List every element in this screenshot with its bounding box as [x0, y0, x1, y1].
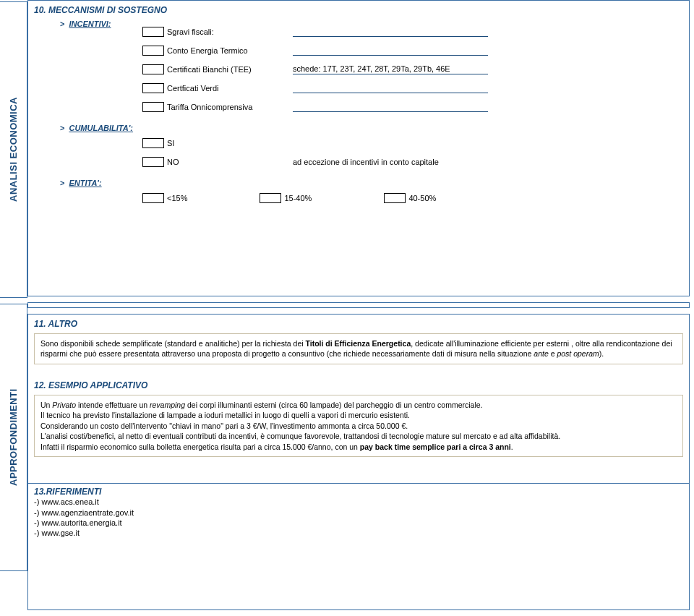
label-certficati-verdi: Certficati Verdi: [167, 84, 284, 93]
label-entita-1540: 15-40%: [284, 194, 312, 202]
sidetab-analisi-economica: ANALISI ECONOMICA: [0, 1, 27, 298]
checkbox-entita-4050[interactable]: [384, 193, 406, 203]
page: ANALISI ECONOMICA APPROFONDIMENTI 10. ME…: [0, 0, 694, 616]
label-certificati-bianchi: Certificati Bianchi (TEE): [167, 65, 284, 74]
checkbox-no[interactable]: [142, 157, 164, 167]
checkbox-certficati-verdi[interactable]: [142, 83, 164, 93]
label-conto-energia: Conto Energia Termico: [167, 46, 284, 55]
panel-approfondimenti: 11. ALTRO Sono disponibili schede sempli…: [27, 314, 690, 610]
value-certificati-bianchi[interactable]: schede: 17T, 23T, 24T, 28T, 29Ta, 29Tb, …: [293, 64, 488, 74]
cumulabilita-row: > CUMULABILITA':: [60, 124, 683, 132]
incentivi-fields: Sgravi fiscali: Conto Energia Termico Ce…: [142, 25, 683, 114]
section-13-title: 13.RIFERIMENTI: [34, 487, 683, 497]
checkbox-si[interactable]: [142, 138, 164, 148]
label-no: NO: [167, 158, 284, 166]
checkbox-certificati-bianchi[interactable]: [142, 64, 164, 74]
section-11-title: 11. ALTRO: [34, 319, 683, 329]
checkbox-sgravi-fiscali[interactable]: [142, 27, 164, 37]
rif-link-3[interactable]: -) www.autorita.energia.it: [34, 518, 683, 528]
label-si: SI: [167, 139, 284, 147]
panel-meccanismi-sostegno: 10. MECCANISMI DI SOSTEGNO > INCENTIVI: …: [27, 0, 690, 296]
checkbox-entita-15[interactable]: [142, 193, 164, 203]
spacer-bar: [27, 302, 690, 308]
rif-link-2[interactable]: -) www.agenziaentrate.gov.it: [34, 508, 683, 518]
checkbox-tariffa-onnicomprensiva[interactable]: [142, 102, 164, 112]
incentivi-label: INCENTIVI:: [69, 20, 111, 28]
cumulabilita-fields: SI NO ad eccezione di incentivi in conto…: [142, 137, 683, 168]
entita-row: > ENTITA':: [60, 179, 683, 187]
chevron-right-icon: >: [60, 124, 64, 132]
value-tariffa-onnicomprensiva[interactable]: [293, 102, 488, 112]
sidetab-approfondimenti: APPROFONDIMENTI: [0, 304, 27, 571]
chevron-right-icon: >: [60, 179, 64, 187]
label-entita-15: <15%: [167, 194, 187, 202]
text-no-caption: ad eccezione di incentivi in conto capit…: [293, 158, 488, 166]
sidetabs: ANALISI ECONOMICA APPROFONDIMENTI: [0, 0, 27, 616]
rif-link-4[interactable]: -) www.gse.it: [34, 528, 683, 538]
cumulabilita-label: CUMULABILITA':: [69, 124, 133, 132]
label-entita-4050: 40-50%: [408, 194, 436, 202]
entita-label: ENTITA':: [69, 179, 101, 187]
section-12-body: Un Privato intende effettuare un revampi…: [34, 395, 683, 457]
chevron-right-icon: >: [60, 20, 64, 28]
entita-options: <15% 15-40% 40-50%: [142, 193, 683, 203]
section-13-riferimenti: 13.RIFERIMENTI -) www.acs.enea.it -) www…: [28, 483, 689, 538]
rif-link-1[interactable]: -) www.acs.enea.it: [34, 497, 683, 507]
label-tariffa-onnicomprensiva: Tariffa Onnicomprensiva: [167, 103, 284, 111]
checkbox-conto-energia[interactable]: [142, 46, 164, 56]
section-10-title: 10. MECCANISMI DI SOSTEGNO: [34, 5, 683, 15]
section-12-title: 12. ESEMPIO APPLICATIVO: [34, 380, 683, 390]
checkbox-entita-1540[interactable]: [260, 193, 281, 203]
value-conto-energia[interactable]: [293, 46, 488, 56]
section-11-body: Sono disponibili schede semplificate (st…: [34, 333, 683, 364]
main-content: 10. MECCANISMI DI SOSTEGNO > INCENTIVI: …: [27, 0, 694, 616]
value-sgravi-fiscali[interactable]: [293, 27, 488, 37]
value-certficati-verdi[interactable]: [293, 83, 488, 93]
label-sgravi-fiscali: Sgravi fiscali:: [167, 27, 284, 36]
